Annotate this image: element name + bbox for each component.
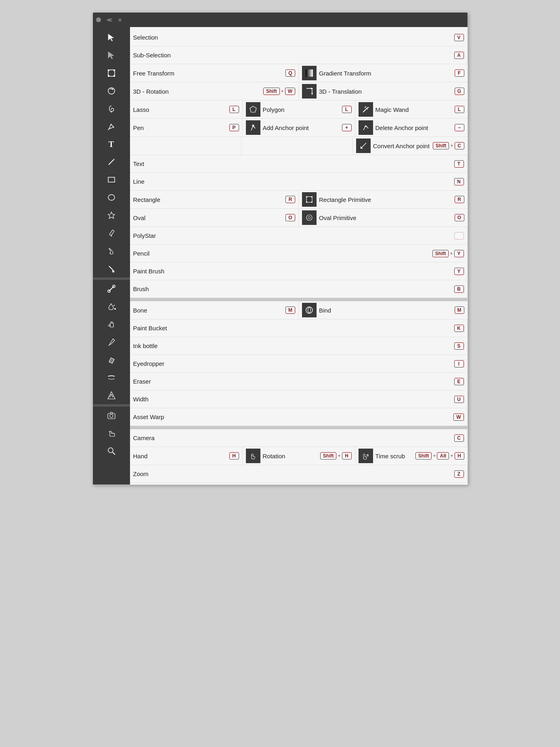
tool-cell-pencil[interactable]: Pencil Shift + Y [130, 245, 468, 262]
sidebar-icon-paintbucket[interactable] [93, 298, 130, 315]
tool-cell-magicwand[interactable]: Magic Wand L [355, 101, 468, 118]
tool-cell-deleteanchor[interactable]: Delete Anchor point − [355, 119, 468, 136]
ovalprimitive-key: O [455, 214, 464, 221]
sidebar-icon-lasso[interactable] [93, 100, 130, 118]
sidebar: T [93, 27, 130, 485]
close-btn[interactable] [96, 17, 101, 22]
tool-cell-camera[interactable]: Camera C [130, 429, 468, 447]
sidebar-icon-camera[interactable] [93, 407, 130, 424]
tool-cell-convertanchor-empty [130, 137, 241, 155]
tool-cell-inkbottle[interactable]: Ink bottle S [130, 337, 468, 355]
sidebar-icon-hand[interactable] [93, 424, 130, 442]
width-shortcut: U [454, 396, 464, 403]
sidebar-icon-freetransform[interactable] [93, 64, 130, 82]
tool-cell-subselection[interactable]: Sub-Selection A [130, 46, 468, 64]
paintbucket-label: Paint Bucket [133, 325, 451, 332]
sidebar-icon-paintbrush[interactable] [93, 242, 130, 260]
convertanchor-key: C [455, 142, 464, 149]
rectprimitive-key: R [455, 196, 464, 203]
sidebar-icon-assetwarp[interactable] [93, 386, 130, 404]
tool-cell-assetwarp[interactable]: Asset Warp W [130, 408, 468, 426]
assetwarp-label: Asset Warp [133, 413, 451, 420]
camera-key: C [454, 434, 464, 442]
tool-cell-timescrub[interactable]: Time scrub Shift + Alt + H [355, 447, 468, 465]
tool-cell-paintbrush[interactable]: Paint Brush Y [130, 262, 468, 280]
svg-marker-38 [311, 93, 313, 95]
tool-row-bone: Bone M Bind M [130, 301, 468, 319]
tool-cell-rotation[interactable]: Rotation Shift + H [243, 447, 355, 465]
tool-cell-convertanchor[interactable]: Convert Anchor point Shift + C [353, 137, 468, 155]
sidebar-icon-rectangle[interactable] [93, 171, 130, 189]
tool-cell-line[interactable]: Line N [130, 173, 468, 190]
sidebar-icon-subselection[interactable] [93, 46, 130, 64]
tool-cell-ovalprimitive[interactable]: Oval Primitive O [299, 209, 468, 227]
polygon-icon [246, 102, 260, 117]
bone-shortcut: M [285, 306, 295, 314]
tool-cell-3drotation[interactable]: 3D - Rotation Shift + W [130, 82, 299, 100]
section-divider-2 [130, 426, 468, 429]
tool-cell-eyedropper[interactable]: Eyedropper I [130, 355, 468, 372]
tool-cell-paintbucket[interactable]: Paint Bucket K [130, 319, 468, 337]
brush-label: Brush [133, 285, 451, 292]
3drotation-label: 3D - Rotation [133, 88, 260, 95]
tool-cell-rectangle[interactable]: Rectangle R [130, 191, 299, 208]
tool-row-rectangle: Rectangle R Rectangle Primitive R [130, 191, 468, 209]
tool-row-eraser: Eraser E [130, 373, 468, 390]
sidebar-icon-pen[interactable] [93, 118, 130, 135]
sidebar-icon-inkbottle[interactable] [93, 315, 130, 333]
tool-cell-pen[interactable]: Pen P [130, 119, 243, 136]
tool-cell-freetransform[interactable]: Free Transform Q [130, 64, 299, 82]
sidebar-icon-eraser[interactable] [93, 351, 130, 369]
tool-cell-lasso[interactable]: Lasso L [130, 101, 243, 118]
svg-line-34 [113, 452, 115, 455]
convertanchor-plus: + [450, 143, 453, 149]
tool-cell-addanchor[interactable]: Add Anchor point + [243, 119, 355, 136]
svg-marker-0 [108, 34, 114, 41]
sidebar-icon-bone[interactable] [93, 280, 130, 298]
sidebar-icon-zoom[interactable] [93, 442, 130, 460]
sidebar-icon-line[interactable] [93, 153, 130, 171]
sidebar-icon-pencil[interactable] [93, 224, 130, 242]
tool-cell-oval[interactable]: Oval O [130, 209, 299, 227]
tool-cell-3dtranslation[interactable]: 3D - Translation G [299, 82, 468, 100]
tool-cell-zoom[interactable]: Zoom Z [130, 465, 468, 483]
menu-icon[interactable]: ≡ [118, 17, 122, 23]
sidebar-icon-width[interactable] [93, 369, 130, 386]
tool-row-paintbucket: Paint Bucket K [130, 319, 468, 337]
eraser-label: Eraser [133, 378, 451, 385]
tool-cell-brush[interactable]: Brush B [130, 280, 468, 298]
width-key: U [454, 396, 464, 403]
rectangle-shortcut: R [285, 196, 295, 203]
3drotation-key: W [285, 88, 295, 95]
tool-cell-hand[interactable]: Hand H [130, 447, 243, 465]
svg-marker-27 [108, 392, 115, 399]
sidebar-icon-oval[interactable] [93, 189, 130, 206]
tool-cell-width[interactable]: Width U [130, 390, 468, 408]
sidebar-icon-eyedropper[interactable] [93, 333, 130, 351]
bone-label: Bone [133, 307, 283, 314]
tool-cell-polygon[interactable]: Polygon L [243, 101, 355, 118]
sidebar-icon-3drotation[interactable] [93, 82, 130, 100]
pencil-key: Y [454, 250, 464, 257]
sidebar-icon-polystar[interactable] [93, 206, 130, 224]
tool-cell-rectprimitive[interactable]: Rectangle Primitive R [299, 191, 468, 208]
camera-label: Camera [133, 434, 451, 441]
ovalprimitive-label: Oval Primitive [319, 214, 451, 221]
tool-cell-selection[interactable]: Selection V [130, 29, 468, 46]
sidebar-icon-text[interactable]: T [93, 135, 130, 153]
tool-cell-polystar[interactable]: PolyStar [130, 227, 468, 244]
tool-row-oval: Oval O Oval Primitive O [130, 209, 468, 227]
tool-cell-bone[interactable]: Bone M [130, 301, 299, 319]
section-divider-1 [130, 298, 468, 301]
sidebar-icon-brush[interactable] [93, 260, 130, 277]
tool-row-convertanchor: Convert Anchor point Shift + C [130, 137, 468, 155]
sidebar-icon-selection[interactable] [93, 29, 130, 46]
tool-cell-gradienttransform[interactable]: Gradient Transform F [299, 64, 468, 82]
tool-cell-bind[interactable]: Bind M [299, 301, 468, 319]
tool-row-eyedropper: Eyedropper I [130, 355, 468, 373]
oval-shortcut: O [285, 214, 295, 221]
bind-key: M [455, 306, 464, 314]
collapse-icon[interactable]: ≪ [107, 17, 113, 23]
tool-cell-text[interactable]: Text T [130, 155, 468, 172]
tool-cell-eraser[interactable]: Eraser E [130, 373, 468, 390]
